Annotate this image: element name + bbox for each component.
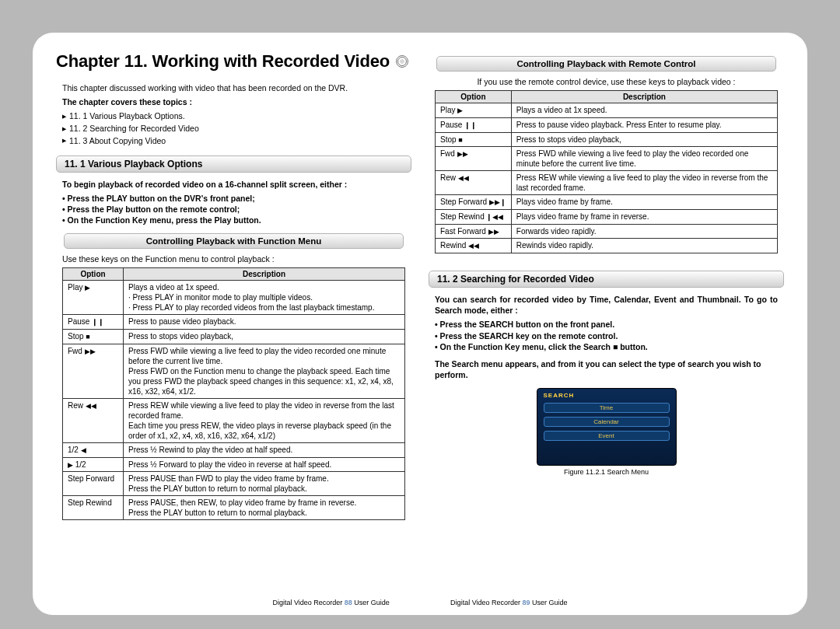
right-page-footer: Digital Video Recorder 89 User Guide (450, 598, 567, 607)
search-menu-figure: SEARCH Time Calendar Event (537, 388, 677, 466)
table-row: Step ForwardPress PAUSE than FWD to play… (63, 472, 405, 496)
section-11-1-header: 11. 1 Various Playback Options (56, 156, 411, 173)
option-cell: Step Forward (63, 472, 124, 496)
search-figure-title: SEARCH (544, 392, 670, 399)
option-cell: 1/2 ◀ (63, 442, 124, 457)
description-cell: Plays video frame by frame. (511, 195, 777, 210)
chapter-covers-label: The chapter covers these topics : (62, 96, 405, 107)
table-row: Fwd ▶▶Press FWD while viewing a live fee… (436, 147, 778, 171)
page-number: 88 (345, 599, 352, 606)
left-page: Chapter 11. Working with Recorded Video … (56, 56, 411, 598)
table-row: Rewind ◀◀Rewinds video rapidly. (436, 239, 778, 253)
section-11-1-lead: To begin playback of recorded video on a… (62, 179, 405, 190)
function-menu-table: Option Description Play ▶Plays a video a… (62, 267, 405, 520)
col-description: Description (511, 91, 777, 103)
chapter-title-text: Chapter 11. Working with Recorded Video (56, 51, 390, 72)
remote-control-table: Option Description Play ▶Plays a video a… (435, 90, 778, 253)
page-spread: Chapter 11. Working with Recorded Video … (33, 33, 807, 615)
list-item: Press the SEARCH key on the remote contr… (435, 330, 778, 341)
table-row: Step Rewind ❙◀◀Plays video frame by fram… (436, 209, 778, 224)
section-11-2-header: 11. 2 Searching for Recorded Video (429, 271, 784, 288)
description-cell: Press REW while viewing a live feed to p… (124, 398, 405, 442)
description-cell: Press PAUSE than FWD to play the video f… (124, 472, 405, 496)
option-cell: Fwd ▶▶ (63, 344, 124, 398)
description-cell: Press REW while viewing a live feed to p… (511, 171, 777, 195)
list-item: On the Function Key menu, click the Sear… (435, 341, 778, 352)
description-cell: Press ½ Rewind to play the video at half… (124, 442, 405, 457)
table-row: Play ▶Plays a video at 1x speed. (436, 103, 778, 118)
table-row: Step Forward ▶▶❙Plays video frame by fra… (436, 195, 778, 210)
option-cell: Fast Forward ▶▶ (436, 224, 512, 239)
chapter-title: Chapter 11. Working with Recorded Video (56, 51, 411, 72)
right-page: Controlling Playback with Remote Control… (429, 56, 784, 598)
description-cell: Press FWD while viewing a live feed to p… (124, 344, 405, 398)
description-cell: Forwards video rapidly. (511, 224, 777, 239)
description-cell: Plays a video at 1x speed.· Press PLAY i… (124, 281, 405, 315)
col-description: Description (124, 268, 405, 281)
playback-begin-list: Press the PLAY button on the DVR's front… (62, 193, 405, 226)
description-cell: Press FWD while viewing a live feed to p… (511, 147, 777, 171)
toc-item: ▶11. 3 About Copying Video (62, 135, 405, 148)
toc-item: ▶11. 2 Searching for Recorded Video (62, 123, 405, 135)
option-cell: Rewind ◀◀ (436, 239, 512, 253)
function-menu-subheader: Controlling Playback with Function Menu (64, 233, 404, 249)
description-cell: Press to stops video playback, (511, 132, 777, 147)
search-figure-item: Event (544, 431, 670, 441)
table-row: 1/2 ◀Press ½ Rewind to play the video at… (63, 442, 405, 457)
table-row: Stop ■Press to stops video playback, (436, 132, 778, 147)
toc-item: ▶11. 1 Various Playback Options. (62, 110, 405, 123)
list-item: On the Function Key menu, press the Play… (62, 215, 405, 225)
table-row: Rew ◀◀Press REW while viewing a live fee… (436, 171, 778, 195)
function-menu-lead: Use these keys on the Function menu to c… (62, 253, 405, 264)
triangle-icon: ▶ (62, 125, 66, 134)
description-cell: Plays a video at 1x speed. (511, 103, 777, 118)
description-cell: Press PAUSE, then REW, to play video fra… (124, 496, 405, 520)
page-number: 89 (523, 599, 530, 606)
table-row: Stop ■Press to stops video playback, (63, 330, 405, 344)
option-cell: Stop ■ (436, 132, 512, 147)
table-row: ▶ 1/2Press ½ Forward to play the video i… (63, 457, 405, 472)
option-cell: Play ▶ (63, 281, 124, 315)
description-cell: Rewinds video rapidly. (511, 239, 777, 253)
description-cell: Press to pause video playback. Press Ent… (511, 117, 777, 132)
table-row: Pause ❙❙Press to pause video playback. P… (436, 117, 778, 132)
col-option: Option (63, 268, 124, 281)
option-cell: Fwd ▶▶ (436, 147, 512, 171)
section-11-2-after: The Search menu appears, and from it you… (435, 358, 778, 380)
option-cell: Step Forward ▶▶❙ (436, 195, 512, 210)
table-row: Play ▶Plays a video at 1x speed.· Press … (63, 281, 405, 315)
section-11-2-lead: You can search for recorded video by Tim… (435, 294, 778, 316)
option-cell: ▶ 1/2 (63, 457, 124, 472)
list-item: Press the Play button on the remote cont… (62, 204, 405, 215)
description-cell: Press to stops video playback, (124, 330, 405, 344)
remote-control-lead: If you use the remote control device, us… (435, 76, 778, 87)
search-figure-item: Calendar (544, 417, 670, 427)
option-cell: Play ▶ (436, 103, 512, 118)
option-cell: Pause ❙❙ (436, 117, 512, 132)
table-row: Fwd ▶▶Press FWD while viewing a live fee… (63, 344, 405, 398)
table-row: Fast Forward ▶▶Forwards video rapidly. (436, 224, 778, 239)
list-item: Press the SEARCH button on the front pan… (435, 319, 778, 330)
triangle-icon: ▶ (62, 137, 66, 145)
option-cell: Step Rewind (63, 496, 124, 520)
remote-control-subheader: Controlling Playback with Remote Control (436, 56, 776, 72)
description-cell: Press to pause video playback. (124, 315, 405, 330)
option-cell: Rew ◀◀ (436, 171, 512, 195)
chapter-toc: ▶11. 1 Various Playback Options. ▶11. 2 … (62, 110, 405, 147)
description-cell: Press ½ Forward to play the video in rev… (124, 457, 405, 472)
option-cell: Stop ■ (63, 330, 124, 344)
description-cell: Plays video frame by frame in reverse. (511, 209, 777, 224)
chapter-intro: This chapter discussed working with vide… (62, 82, 405, 93)
search-figure-item: Time (544, 403, 670, 413)
option-cell: Step Rewind ❙◀◀ (436, 209, 512, 224)
table-row: Step RewindPress PAUSE, then REW, to pla… (63, 496, 405, 520)
col-option: Option (436, 91, 512, 103)
list-item: Press the PLAY button on the DVR's front… (62, 193, 405, 204)
table-row: Pause ❙❙Press to pause video playback. (63, 315, 405, 330)
triangle-icon: ▶ (62, 113, 66, 121)
left-page-footer: Digital Video Recorder 88 User Guide (272, 598, 389, 607)
option-cell: Rew ◀◀ (63, 398, 124, 442)
chapter-ornament-icon (396, 55, 408, 68)
option-cell: Pause ❙❙ (63, 315, 124, 330)
figure-caption: Figure 11.2.1 Search Menu (429, 467, 784, 477)
